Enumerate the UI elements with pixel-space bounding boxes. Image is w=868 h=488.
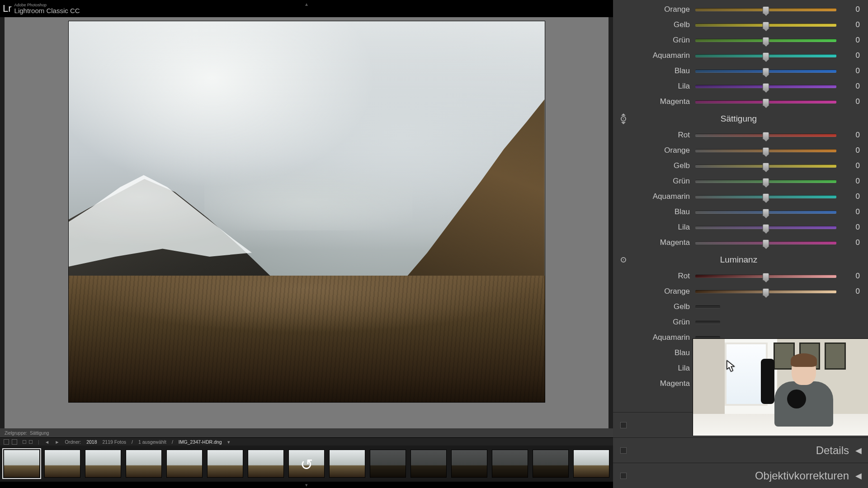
hue-gruen-slider[interactable] [695,39,836,42]
saturation-rot-slider[interactable] [695,134,836,137]
panel-details-toggle[interactable] [620,447,627,454]
chevron-left-icon[interactable]: ◀ [855,446,862,455]
selected-count: 1 ausgewählt [138,439,166,445]
nav-fwd-icon[interactable]: ► [55,439,59,445]
slider-thumb-icon[interactable] [763,83,769,91]
luminance-gruen-slider[interactable] [695,321,720,324]
saturation-orange-value[interactable]: 0 [842,146,860,155]
saturation-aqua-row: Aquamarin 0 [618,189,860,204]
filmstrip-thumb[interactable] [573,450,609,478]
panel-objektiv-toggle[interactable] [620,473,627,479]
slider-thumb-icon[interactable] [763,239,769,247]
slider-thumb-icon[interactable] [763,288,769,296]
saturation-gruen-value[interactable]: 0 [842,177,860,186]
luminance-magenta-label: Magenta [618,379,690,388]
saturation-orange-slider[interactable] [695,149,836,152]
panel-details-header[interactable]: Details ◀ [613,437,868,463]
luminance-rot-value[interactable]: 0 [842,272,860,281]
slider-thumb-icon[interactable] [763,68,769,75]
hue-gelb-value[interactable]: 0 [842,20,860,29]
develop-right-panel[interactable]: Orange 0 Gelb 0 Grün 0 Aquamarin 0 Blau … [613,0,868,488]
hue-gelb-slider[interactable] [695,23,836,27]
current-filename[interactable]: IMG_2347-HDR.dng [179,439,222,445]
luminance-rot-row: Rot 0 [618,268,860,284]
filmstrip[interactable]: ↺ [0,446,613,482]
saturation-aqua-slider[interactable] [695,195,836,198]
saturation-gelb-slider[interactable] [695,164,836,168]
grid-view-icons[interactable] [23,440,33,444]
slider-thumb-icon[interactable] [763,52,769,60]
secondary-display-icons[interactable] [4,439,17,445]
filmstrip-thumb[interactable] [288,450,325,478]
hue-orange-slider[interactable] [695,8,836,11]
image-canvas[interactable] [0,17,613,428]
saturation-blau-slider[interactable] [695,211,836,214]
filmstrip-thumb[interactable] [248,450,284,478]
luminance-rot-slider[interactable] [695,275,836,278]
filmstrip-info-bar: | ◄ ► Ordner: 2018 2119 Fotos / 1 ausgew… [0,437,613,446]
saturation-magenta-value[interactable]: 0 [842,238,860,247]
targeted-adjustment-tool[interactable] [618,254,629,266]
filmstrip-thumb[interactable] [4,450,40,478]
filmstrip-thumb[interactable] [44,450,80,478]
filename-dropdown-icon[interactable]: ▾ [227,439,230,445]
luminance-gelb-slider[interactable] [695,305,720,309]
hue-aqua-value[interactable]: 0 [842,51,860,60]
chevron-left-icon[interactable]: ◀ [855,471,862,481]
slider-thumb-icon[interactable] [763,147,769,155]
filmstrip-thumb[interactable] [451,450,487,478]
hue-orange-value[interactable]: 0 [842,5,860,14]
hue-gruen-value[interactable]: 0 [842,36,860,45]
slider-thumb-icon[interactable] [763,193,769,201]
saturation-blau-value[interactable]: 0 [842,207,860,216]
slider-thumb-icon[interactable] [763,273,769,281]
filmstrip-thumb[interactable] [370,450,406,478]
slider-thumb-icon[interactable] [763,37,769,45]
filmstrip-thumb[interactable] [85,450,121,478]
slider-thumb-icon[interactable] [763,163,769,170]
slider-thumb-icon[interactable] [763,178,769,186]
filmstrip-thumb[interactable] [533,450,569,478]
hue-magenta-slider[interactable] [695,100,836,103]
saturation-rot-value[interactable]: 0 [842,131,860,140]
panel-objektiv-header[interactable]: Objektivkorrekturen ◀ [613,463,868,488]
folder-name[interactable]: 2018 [86,439,97,445]
slider-thumb-icon[interactable] [763,22,769,29]
filmstrip-thumb[interactable] [329,450,365,478]
status-bar: Zielgruppe: Sättigung [0,428,613,437]
saturation-lila-slider[interactable] [695,226,836,229]
hue-blau-row: Blau 0 [618,63,860,79]
nav-back-icon[interactable]: ◄ [45,439,49,445]
saturation-aqua-value[interactable]: 0 [842,192,860,201]
targeted-adjustment-tool[interactable] [618,113,629,125]
saturation-lila-value[interactable]: 0 [842,223,860,232]
saturation-magenta-slider[interactable] [695,241,836,244]
panel-collapse-bottom-icon[interactable]: ▾ [0,482,613,488]
hue-blau-slider[interactable] [695,70,836,73]
saturation-gruen-label: Grün [618,177,690,186]
luminance-title: Luminanz [629,255,848,265]
slider-thumb-icon[interactable] [763,99,769,106]
slider-thumb-icon[interactable] [763,132,769,140]
hue-blau-value[interactable]: 0 [842,66,860,75]
slider-thumb-icon[interactable] [763,224,769,232]
panel-teiltonung-toggle[interactable] [620,422,627,428]
panel-details-title: Details [816,444,849,457]
saturation-gelb-value[interactable]: 0 [842,161,860,170]
hue-lila-value[interactable]: 0 [842,82,860,91]
luminance-orange-value[interactable]: 0 [842,287,860,296]
saturation-gruen-row: Grün 0 [618,174,860,189]
slider-thumb-icon[interactable] [763,6,769,14]
filmstrip-thumb[interactable] [410,450,447,478]
hue-aqua-slider[interactable] [695,54,836,57]
filmstrip-thumb[interactable] [207,450,243,478]
panel-collapse-top-icon[interactable]: ▴ [305,1,308,7]
hue-lila-slider[interactable] [695,85,836,88]
filmstrip-thumb[interactable] [166,450,203,478]
filmstrip-thumb[interactable] [492,450,528,478]
saturation-gruen-slider[interactable] [695,180,836,183]
luminance-orange-slider[interactable] [695,290,836,293]
slider-thumb-icon[interactable] [763,209,769,216]
filmstrip-thumb[interactable] [126,450,162,478]
hue-magenta-value[interactable]: 0 [842,97,860,106]
